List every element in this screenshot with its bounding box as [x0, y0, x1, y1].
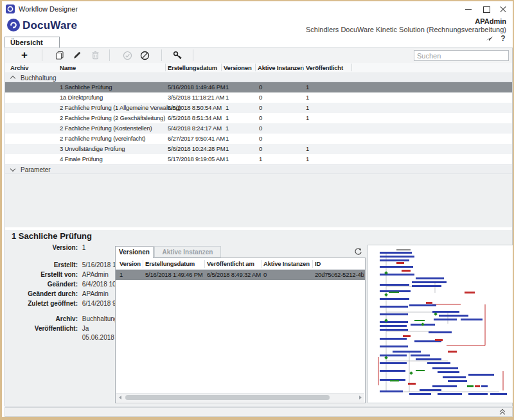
tab-aktive-instanzen[interactable]: Aktive Instanzen	[154, 246, 221, 258]
close-button[interactable]	[497, 4, 509, 14]
row-active: 0	[259, 82, 262, 92]
pin-icon[interactable]	[484, 34, 493, 42]
table-header: Archiv Name Erstellungsdatum Versionen A…	[5, 63, 512, 73]
expand-caret-icon	[10, 166, 15, 171]
copy-button[interactable]	[51, 49, 68, 62]
bottom-bar	[4, 407, 513, 417]
version-row[interactable]: 1 5/16/2018 1:49:46 PM 6/5/2018 8:49:32 …	[116, 270, 365, 280]
collapse-panel-button[interactable]	[498, 408, 507, 416]
toolbar-separator	[161, 49, 162, 61]
column-header-archiv[interactable]: Archiv	[10, 63, 28, 73]
tab-versionen[interactable]: Versionen	[115, 246, 154, 258]
field-value: 1	[82, 244, 86, 251]
main-content: +	[4, 48, 513, 407]
vcolumn-erstellungsdatum[interactable]: Erstellungsdatum	[145, 259, 195, 269]
details-title: 1 Sachliche Prüfung	[12, 231, 92, 241]
row-versions: 1	[226, 82, 229, 92]
row-name: 2 Fachliche Prüfung (Kostenstellen)	[60, 123, 152, 134]
row-created: 5/4/2018 8:24:17 AM	[168, 123, 222, 134]
maximize-button[interactable]	[481, 4, 492, 14]
scrollbar-thumb[interactable]	[125, 395, 330, 400]
toolbar: +	[5, 48, 512, 64]
vcolumn-version[interactable]: Version	[120, 259, 141, 269]
trash-icon	[91, 51, 100, 60]
row-versions: 1	[226, 134, 229, 144]
logged-in-user: APAdmin	[475, 17, 506, 25]
add-workflow-button[interactable]: +	[16, 49, 33, 62]
group-label: Parameter	[21, 165, 51, 175]
publish-button[interactable]	[119, 49, 136, 62]
field-label: Geändert:	[10, 280, 78, 289]
table-row[interactable]: 2 Fachliche Prüfung (Kostenstellen) 5/4/…	[5, 123, 512, 134]
refresh-button[interactable]	[353, 247, 363, 257]
table-row[interactable]: 2 Fachliche Prüfung (vereinfacht) 6/27/2…	[5, 134, 512, 144]
pencil-icon	[73, 51, 82, 60]
row-versions: 1	[226, 92, 229, 103]
field-label: Erstellt von:	[10, 270, 78, 279]
row-name: 1 Sachliche Prüfung	[60, 82, 112, 92]
unpublish-button[interactable]	[136, 49, 153, 62]
field-value: Buchhaltung	[82, 315, 118, 322]
vcolumn-id[interactable]: ID	[315, 259, 321, 269]
search-input[interactable]	[414, 50, 509, 61]
table-row[interactable]: 1a Direktprüfung 3/5/2018 11:18:21 AM 1 …	[5, 92, 512, 103]
vcolumn-veroeffentlicht-am[interactable]: Veröffentlicht am	[207, 259, 254, 269]
row-created: 6/5/2018 8:50:54 AM	[168, 103, 222, 113]
row-name: 2 Fachliche Prüfung (1 Allgemeine Verwal…	[60, 103, 181, 113]
row-created: 5/16/2018 1:49:46 PM	[168, 82, 226, 92]
row-active: 0	[259, 113, 262, 123]
row-published: 1	[306, 144, 309, 154]
field-value: APAdmin	[82, 290, 109, 297]
column-header-versionen[interactable]: Versionen	[224, 63, 252, 73]
row-published: 1	[306, 92, 309, 103]
vcolumn-aktive-instanzen[interactable]: Aktive Instanzen	[263, 259, 310, 269]
detail-field: Version: 1	[10, 243, 85, 252]
table-row[interactable]: 2 Fachliche Prüfung (2 Geschäftsleitung)…	[5, 113, 512, 123]
workflow-preview-panel[interactable]	[368, 245, 513, 403]
minimize-button[interactable]	[463, 4, 474, 14]
table-row[interactable]: 4 Finale Prüfung 5/17/2018 9:19:05 AM 1 …	[5, 154, 512, 164]
row-name: 2 Fachliche Prüfung (2 Geschäftsleitung)	[60, 113, 165, 123]
copy-icon	[55, 51, 64, 60]
column-header-erstellungsdatum[interactable]: Erstellungsdatum	[168, 63, 217, 73]
titlebar[interactable]: Workflow Designer	[2, 1, 513, 17]
row-active: 1	[259, 154, 262, 164]
help-icon[interactable]: ?	[499, 34, 508, 42]
scroll-left-arrow-icon[interactable]	[119, 396, 121, 399]
tab-uebersicht[interactable]: Übersicht	[4, 37, 60, 48]
table-row[interactable]: 2 Fachliche Prüfung (1 Allgemeine Verwal…	[5, 103, 512, 113]
versions-table: Version Erstellungsdatum Veröffentlicht …	[115, 258, 366, 403]
row-versions: 1	[226, 103, 229, 113]
block-icon	[140, 51, 150, 60]
scroll-right-arrow-icon[interactable]	[359, 396, 362, 399]
group-header-buchhaltung[interactable]: Buchhaltung	[5, 73, 512, 82]
edit-button[interactable]	[69, 49, 85, 62]
toolbar-separator	[42, 49, 42, 61]
field-label: Zuletzt geöffnet:	[10, 299, 78, 308]
vrow-id: 20d75c62-5212-4bbe-9e14-e	[315, 270, 364, 280]
group-header-parameter[interactable]: Parameter	[5, 164, 512, 174]
field-label: Geändert durch:	[10, 290, 78, 299]
row-active: 0	[259, 123, 262, 134]
delete-button[interactable]	[87, 49, 103, 62]
table-row[interactable]: 3 Unvollständige Prüfung 5/8/2018 10:24:…	[5, 144, 512, 154]
column-header-name[interactable]: Name	[60, 63, 76, 73]
detail-field: Geändert durch: APAdmin	[10, 290, 109, 299]
row-name: 1a Direktprüfung	[60, 92, 103, 103]
horizontal-scrollbar[interactable]	[116, 393, 364, 402]
vrow-published-at: 6/5/2018 8:49:32 AM	[207, 270, 262, 280]
field-label: Veröffentlicht:	[10, 324, 78, 333]
column-header-veroeffentlicht[interactable]: Veröffentlicht	[306, 63, 343, 73]
docuware-logo-icon	[7, 19, 20, 31]
row-published: 1	[306, 154, 309, 164]
workflow-designer-window: Workflow Designer DocuWare APAdmin Schin…	[0, 0, 514, 420]
row-active: 0	[259, 92, 262, 103]
pane-splitter[interactable]	[5, 227, 512, 230]
row-versions: 1	[226, 144, 229, 154]
permissions-button[interactable]	[169, 49, 186, 62]
table-row[interactable]: 1 Sachliche Prüfung 5/16/2018 1:49:46 PM…	[5, 82, 512, 92]
row-versions: 1	[226, 154, 229, 164]
row-active: 0	[259, 103, 262, 113]
row-created: 6/5/2018 8:51:34 AM	[168, 113, 222, 123]
column-header-aktive-instanzen[interactable]: Aktive Instanzen	[258, 63, 304, 73]
